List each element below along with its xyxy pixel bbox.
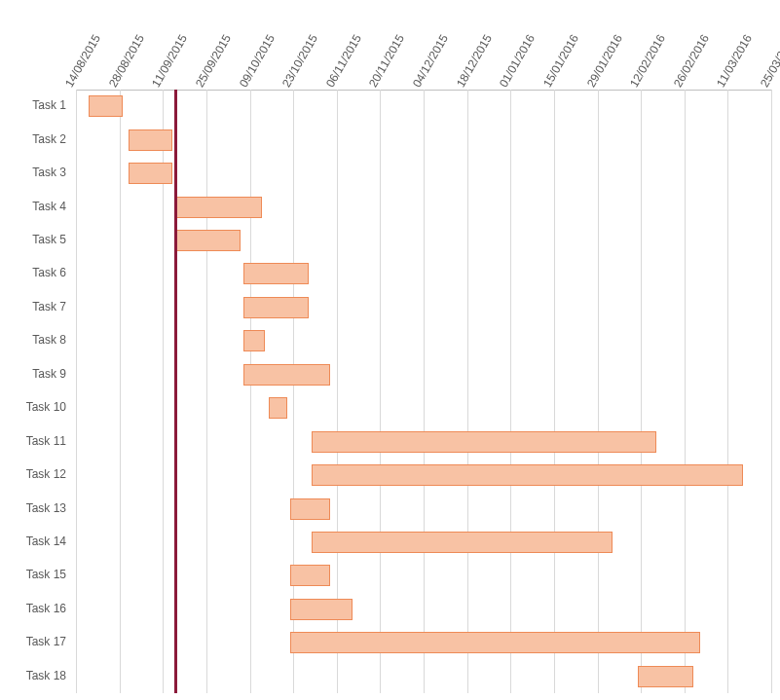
gridline — [424, 90, 425, 693]
y-tick-label: Task 6 — [0, 266, 66, 279]
y-tick-label: Task 4 — [0, 200, 66, 213]
x-tick-label: 11/09/2015 — [149, 32, 190, 90]
task-bar — [269, 397, 287, 419]
gridline — [250, 90, 251, 693]
gridline — [76, 90, 77, 693]
x-tick-label: 28/08/2015 — [106, 32, 147, 90]
y-tick-label: Task 10 — [0, 400, 66, 414]
today-line — [174, 90, 177, 693]
gridline — [380, 90, 381, 693]
y-tick-label: Task 13 — [0, 501, 66, 515]
y-tick-label: Task 11 — [0, 434, 66, 448]
task-bar — [290, 599, 353, 620]
x-tick-label: 18/12/2015 — [454, 32, 495, 90]
task-bar — [243, 297, 309, 318]
y-tick-label: Task 2 — [0, 132, 66, 146]
task-bar — [129, 163, 172, 184]
y-tick-label: Task 8 — [0, 333, 66, 347]
task-bar — [175, 197, 262, 218]
y-tick-label: Task 5 — [0, 233, 66, 246]
task-bar — [312, 431, 656, 453]
task-bar — [290, 632, 700, 653]
gridline — [685, 90, 686, 693]
task-bar — [243, 330, 265, 351]
x-tick-label: 01/01/2016 — [497, 32, 538, 90]
gridline — [727, 90, 728, 693]
y-tick-label: Task 17 — [0, 635, 66, 648]
task-bar — [312, 532, 613, 553]
gridline — [510, 90, 511, 693]
gridline — [120, 90, 121, 693]
y-tick-label: Task 3 — [0, 166, 66, 179]
x-tick-label: 09/10/2015 — [236, 32, 277, 90]
x-tick-label: 15/01/2016 — [540, 32, 581, 90]
task-bar — [89, 95, 123, 117]
gridline — [467, 90, 468, 693]
task-bar — [638, 666, 693, 687]
task-bar — [243, 263, 309, 284]
task-bar — [290, 498, 330, 520]
x-tick-label: 29/01/2016 — [583, 32, 624, 90]
x-tick-label: 11/03/2016 — [714, 32, 755, 90]
x-tick-label: 25/03/2016 — [758, 32, 780, 90]
task-bar — [243, 364, 330, 386]
gantt-chart: 14/08/201528/08/201511/09/201525/09/2015… — [0, 0, 780, 700]
gridline — [771, 90, 772, 693]
gridline — [641, 90, 642, 693]
x-tick-label: 26/02/2016 — [671, 32, 712, 90]
y-tick-label: Task 9 — [0, 367, 66, 381]
y-tick-label: Task 18 — [0, 669, 66, 682]
gridline — [554, 90, 555, 693]
x-tick-label: 12/02/2016 — [627, 32, 668, 90]
x-tick-label: 14/08/2015 — [62, 32, 103, 90]
x-tick-label: 06/11/2015 — [323, 32, 364, 90]
task-bar — [175, 230, 241, 251]
y-tick-label: Task 12 — [0, 467, 66, 481]
x-tick-label: 04/12/2015 — [410, 32, 451, 90]
gridline — [598, 90, 599, 693]
y-tick-label: Task 1 — [0, 98, 66, 112]
y-tick-label: Task 14 — [0, 534, 66, 548]
y-tick-label: Task 16 — [0, 602, 66, 615]
gridline — [206, 90, 207, 693]
y-tick-label: Task 7 — [0, 300, 66, 313]
x-tick-label: 20/11/2015 — [366, 32, 407, 90]
task-bar — [290, 565, 330, 586]
task-bar — [312, 464, 743, 486]
y-tick-label: Task 15 — [0, 568, 66, 581]
x-tick-label: 23/10/2015 — [279, 32, 320, 90]
x-tick-label: 25/09/2015 — [193, 32, 234, 90]
task-bar — [129, 129, 172, 151]
